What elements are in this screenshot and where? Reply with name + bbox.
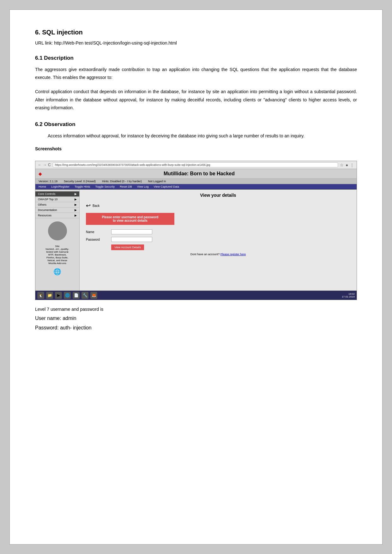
nav-login[interactable]: Login/Register [51, 185, 69, 188]
browser-bar: ← → C https://img.wonderhowto.com/img/32… [35, 161, 357, 169]
back-arrow-icon: ↩ [86, 202, 91, 209]
login-prompt-line1: Please enter username and password [91, 215, 169, 219]
svg-point-1 [52, 232, 63, 238]
sidebar-resources-arrow: ▶ [75, 214, 77, 217]
sidebar-item-owasp[interactable]: OWASP Top 10 ▶ [35, 197, 79, 202]
back-icon[interactable]: ← [38, 163, 42, 167]
section-6: 6. SQL injection URL link: http://Web-Pe… [35, 29, 357, 45]
register-text: Dont have an account? [190, 253, 220, 256]
sidebar-site-text: Sitehacked...err...quality-tested with S… [35, 244, 79, 266]
nav-reset[interactable]: Reset DB [120, 185, 132, 188]
observation-text: Access information without approval, for… [35, 132, 357, 140]
post-text-3: Password: auth- injection [35, 323, 357, 333]
nav-home[interactable]: Home [39, 185, 46, 188]
time-display: 19:02 [342, 292, 355, 295]
login-prompt-box: Please enter username and password to vi… [86, 213, 174, 225]
sidebar-owasp-arrow: ▶ [75, 198, 77, 201]
sidebar-core-label: Core Controls [38, 192, 56, 196]
forward-icon[interactable]: → [43, 163, 47, 167]
post-text-1: Level 7 username and password is [35, 305, 357, 314]
sidebar-bottom-icon: 🌐 [35, 266, 79, 277]
sidebar-docs-arrow: ▶ [75, 208, 77, 212]
site-main: View your details ↩ Back Please enter us… [80, 190, 357, 291]
browser-screenshot: ← → C https://img.wonderhowto.com/img/32… [35, 161, 357, 300]
back-button[interactable]: ↩ Back [86, 202, 100, 209]
description-text-2: Control application conduct that depends… [35, 88, 357, 112]
taskbar-icon-2[interactable]: 📁 [46, 292, 53, 299]
section-6-title: 6. SQL injection [35, 29, 357, 36]
nav-log[interactable]: View Log [137, 185, 149, 188]
name-label: Name [86, 230, 108, 234]
nav-hints[interactable]: Toggle Hints [75, 185, 90, 188]
sidebar-item-core[interactable]: Core Controls ▶ [35, 191, 79, 197]
url-line: URL link: http://Web-Pen test/SQL-Inject… [35, 40, 357, 45]
post-screenshot-text: Level 7 username and password is User na… [35, 305, 357, 333]
login-status: Not Logged In [148, 180, 166, 183]
menu-icon[interactable]: ⋮ [350, 163, 354, 167]
subsection-6-1-title: 6.1 Description [35, 55, 357, 61]
name-input[interactable] [111, 229, 152, 234]
subsection-6-2-title: 6.2 Observation [35, 121, 357, 128]
password-label: Password [86, 238, 108, 241]
profile-icon[interactable]: ● [346, 163, 348, 167]
main-page-title: View your details [86, 193, 350, 198]
security-label: Security Level: 0 (Hosed) [64, 180, 96, 183]
version-label: Version: 2.1.19 [39, 180, 57, 183]
taskbar-time: 19:02 17-01-2019 [342, 292, 355, 298]
site-sidebar: Core Controls ▶ OWASP Top 10 ▶ Others ▶ … [35, 190, 80, 291]
date-display: 17-01-2019 [342, 295, 355, 298]
login-prompt-line2: to view account details [91, 219, 169, 222]
sidebar-item-others[interactable]: Others ▶ [35, 202, 79, 208]
sidebar-docs-label: Documentation [38, 208, 57, 212]
sidebar-core-arrow: ▶ [75, 192, 77, 196]
sidebar-item-docs[interactable]: Documentation ▶ [35, 208, 79, 213]
nav-captured[interactable]: View Captured Data [154, 185, 179, 188]
reload-icon[interactable]: C [48, 163, 51, 167]
sidebar-logo-icon: 🌐 [53, 268, 61, 275]
sidebar-item-resources[interactable]: Resources ▶ [35, 213, 79, 218]
site-logo: ◈ [39, 172, 42, 176]
browser-nav-icons: ← → C [38, 163, 51, 167]
taskbar-icon-6[interactable]: 🔧 [81, 292, 88, 299]
site-logo-symbol: ◈ [39, 172, 42, 176]
site-nav-bar: Home Login/Register Toggle Hints Toggle … [35, 184, 357, 190]
hints-label: Hints: Disabled (0 - I try harder) [102, 180, 142, 183]
name-form-row: Name [86, 229, 350, 234]
taskbar-icon-4[interactable]: 🌐 [64, 292, 71, 299]
section-6-2: 6.2 Observation Access information witho… [35, 121, 357, 151]
star-icon[interactable]: ☆ [340, 163, 344, 167]
page-wrapper: 6. SQL injection URL link: http://Web-Pe… [9, 9, 383, 545]
nav-security[interactable]: Toggle Security [95, 185, 115, 188]
sidebar-others-arrow: ▶ [75, 203, 77, 206]
screenshots-label: Screenshots [35, 146, 357, 151]
sidebar-resources-label: Resources [38, 214, 51, 217]
sidebar-others-label: Others [38, 203, 46, 206]
taskbar-icon-1[interactable]: 🐧 [37, 292, 44, 299]
taskbar: 🐧 📁 ▶ 🌐 📄 🔧 🦊 19:02 17-01-2019 [35, 291, 357, 300]
taskbar-icon-5[interactable]: 📄 [73, 292, 80, 299]
site-wrapper: ◈ Mutillidae: Born to be Hacked Version:… [35, 169, 357, 300]
sidebar-avatar [48, 221, 67, 240]
taskbar-icon-3[interactable]: ▶ [55, 292, 62, 299]
view-account-button[interactable]: View Account Details [111, 244, 144, 250]
register-anchor[interactable]: Please register here [220, 253, 246, 256]
site-title: Mutillidae: Born to be Hacked [45, 171, 353, 177]
site-header: ◈ Mutillidae: Born to be Hacked [35, 169, 357, 179]
password-input[interactable] [111, 237, 152, 242]
site-info-bar: Version: 2.1.19 Security Level: 0 (Hosed… [35, 179, 357, 184]
svg-point-0 [54, 226, 61, 232]
register-link: Dont have an account? Please register he… [86, 253, 350, 256]
taskbar-icon-7[interactable]: 🦊 [90, 292, 97, 299]
sidebar-owasp-label: OWASP Top 10 [38, 198, 57, 201]
url-bar[interactable]: https://img.wonderhowto.com/img/32/34/63… [53, 162, 338, 167]
post-text-2: User name: admin [35, 314, 357, 323]
browser-action-icons: ☆ ● ⋮ [340, 163, 354, 167]
site-content: Core Controls ▶ OWASP Top 10 ▶ Others ▶ … [35, 190, 357, 291]
section-6-1: 6.1 Description The aggressors give extr… [35, 55, 357, 112]
description-text-1: The aggressors give extraordinarily made… [35, 66, 357, 81]
back-label: Back [93, 204, 100, 208]
password-form-row: Password [86, 237, 350, 242]
